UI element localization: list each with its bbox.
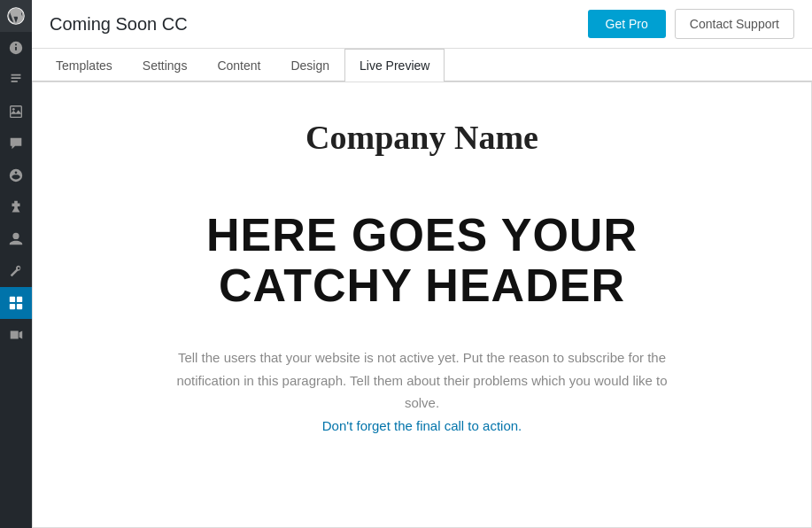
sidebar-item-wp-logo[interactable] <box>0 0 32 32</box>
tab-templates[interactable]: Templates <box>41 49 128 82</box>
svg-point-2 <box>12 108 15 111</box>
tab-settings[interactable]: Settings <box>128 49 203 82</box>
coming-soon-icon <box>8 295 24 311</box>
get-pro-button[interactable]: Get Pro <box>588 10 666 38</box>
tabs-bar: Templates Settings Content Design Live P… <box>32 49 812 82</box>
tab-content[interactable]: Content <box>202 49 275 82</box>
header: Coming Soon CC Get Pro Contact Support <box>32 0 812 49</box>
sidebar-item-comments[interactable] <box>0 128 32 159</box>
tab-live-preview[interactable]: Live Preview <box>344 49 445 82</box>
svg-rect-5 <box>10 304 15 309</box>
svg-rect-6 <box>17 304 22 309</box>
sidebar-item-dashboard[interactable] <box>0 32 32 64</box>
preview-content: Company Name HERE GOES YOUR CATCHY HEADE… <box>33 82 811 525</box>
sidebar <box>0 0 32 528</box>
sidebar-item-plugins[interactable] <box>0 191 32 223</box>
header-buttons: Get Pro Contact Support <box>588 9 794 39</box>
svg-rect-1 <box>11 106 22 118</box>
appearance-icon <box>8 167 24 183</box>
media-icon <box>8 104 24 120</box>
cta-link[interactable]: Don't forget the final call to action. <box>322 418 522 433</box>
tab-design[interactable]: Design <box>275 49 344 82</box>
video-icon <box>8 327 24 343</box>
main-area: Coming Soon CC Get Pro Contact Support T… <box>32 0 812 528</box>
live-preview-panel[interactable]: Company Name HERE GOES YOUR CATCHY HEADE… <box>32 82 812 528</box>
sidebar-item-appearance[interactable] <box>0 159 32 191</box>
users-icon <box>8 231 24 247</box>
description-text: Tell the users that your website is not … <box>166 346 679 437</box>
wordpress-icon <box>7 7 25 25</box>
comments-icon <box>8 136 24 151</box>
page-title: Coming Soon CC <box>50 14 188 35</box>
svg-rect-3 <box>10 297 15 302</box>
company-name: Company Name <box>305 118 538 157</box>
plugins-icon <box>8 199 24 215</box>
sidebar-item-users[interactable] <box>0 223 32 255</box>
sidebar-item-tools[interactable] <box>0 255 32 287</box>
contact-support-button[interactable]: Contact Support <box>675 9 794 39</box>
sidebar-item-media[interactable] <box>0 96 32 128</box>
main-heading: HERE GOES YOUR CATCHY HEADER <box>166 210 679 311</box>
sidebar-item-posts[interactable] <box>0 64 32 96</box>
sidebar-item-video[interactable] <box>0 319 32 351</box>
tools-icon <box>8 263 24 279</box>
sidebar-item-coming-soon[interactable] <box>0 287 32 319</box>
posts-icon <box>8 72 24 88</box>
dashboard-icon <box>8 40 24 56</box>
svg-rect-4 <box>17 297 22 302</box>
